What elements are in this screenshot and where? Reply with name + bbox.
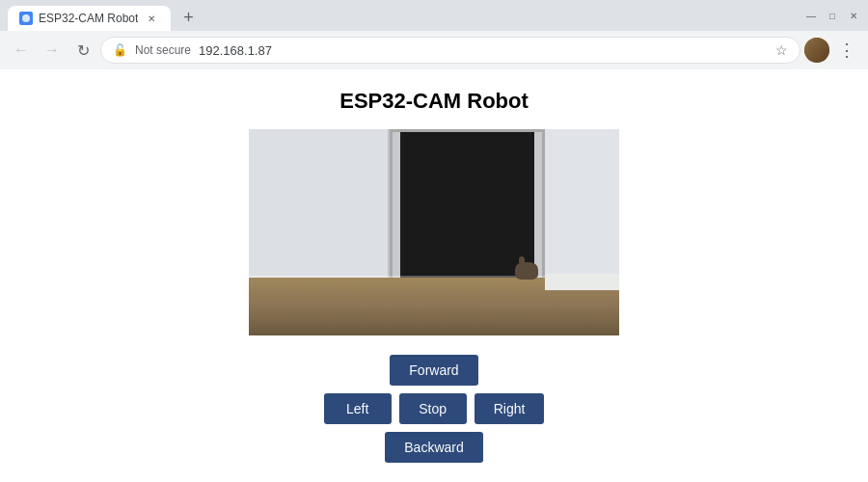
url-bar[interactable]: 🔓 Not secure 192.168.1.87 ☆ (100, 37, 800, 64)
backward-button[interactable]: Backward (385, 432, 482, 463)
right-button[interactable]: Right (475, 393, 545, 424)
forward-row: Forward (390, 355, 477, 386)
profile-avatar (804, 38, 829, 63)
bookmark-icon[interactable]: ☆ (775, 42, 788, 58)
url-text: 192.168.1.87 (199, 43, 272, 58)
backward-row: Backward (385, 432, 482, 463)
camera-feed (249, 129, 619, 335)
browser-window: ESP32-CAM Robot ✕ + — □ ✕ ← → ↻ 🔓 Not se… (0, 0, 868, 482)
page-content: ESP32-CAM Robot Forward Left Stop (0, 69, 868, 482)
window-controls: — □ ✕ (804, 9, 860, 22)
tab-title: ESP32-CAM Robot (39, 12, 138, 25)
title-bar: ESP32-CAM Robot ✕ + — □ ✕ (0, 0, 868, 31)
tab-bar: ESP32-CAM Robot ✕ + (8, 0, 804, 31)
forward-button[interactable]: → (39, 37, 66, 64)
robot-controls: Forward Left Stop Right Backward (324, 355, 545, 463)
camera-scene (249, 129, 619, 335)
security-icon: 🔓 (113, 43, 127, 57)
svg-point-0 (22, 14, 30, 22)
maximize-button[interactable]: □ (826, 9, 839, 22)
scene-baseboard (545, 274, 619, 290)
refresh-button[interactable]: ↻ (69, 37, 96, 64)
scene-wall-left (249, 129, 390, 290)
stop-button[interactable]: Stop (399, 393, 467, 424)
middle-row: Left Stop Right (324, 393, 545, 424)
profile-icon[interactable] (804, 38, 829, 63)
new-tab-button[interactable]: + (175, 4, 202, 31)
scene-cat (515, 262, 538, 280)
tab-close-button[interactable]: ✕ (144, 11, 159, 26)
scene-door-interior (400, 132, 533, 295)
page-title: ESP32-CAM Robot (339, 89, 529, 114)
security-label: Not secure (135, 43, 191, 57)
forward-button[interactable]: Forward (390, 355, 477, 386)
minimize-button[interactable]: — (804, 9, 818, 22)
close-button[interactable]: ✕ (847, 9, 860, 22)
back-button[interactable]: ← (8, 37, 35, 64)
active-tab[interactable]: ESP32-CAM Robot ✕ (8, 6, 171, 31)
menu-button[interactable]: ⋮ (833, 37, 860, 64)
left-button[interactable]: Left (324, 393, 392, 424)
address-bar: ← → ↻ 🔓 Not secure 192.168.1.87 ☆ ⋮ (0, 31, 868, 69)
tab-favicon (19, 12, 33, 25)
